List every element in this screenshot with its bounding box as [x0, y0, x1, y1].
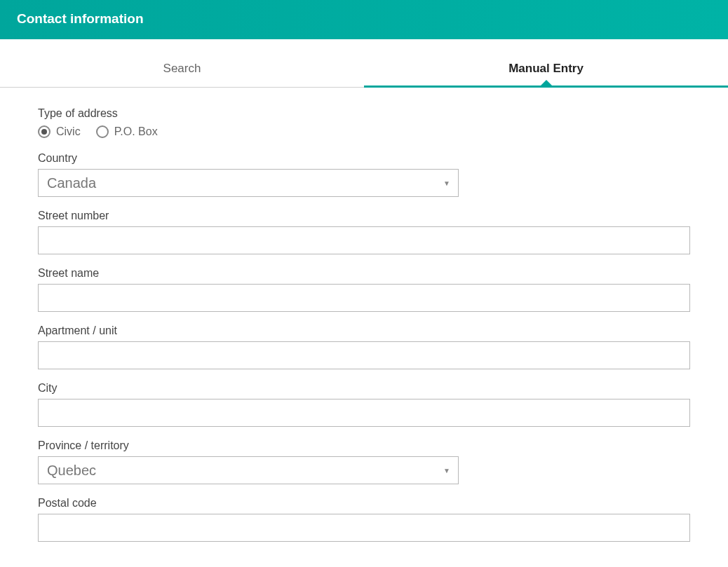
tab-manual-entry-label: Manual Entry	[508, 62, 584, 75]
radio-pobox[interactable]: P.O. Box	[96, 125, 158, 138]
type-of-address-label: Type of address	[38, 107, 690, 120]
postal-code-input[interactable]	[38, 514, 690, 542]
street-number-input[interactable]	[38, 226, 690, 254]
tabs: Search Manual Entry	[0, 53, 728, 88]
street-name-label: Street name	[38, 267, 690, 280]
page-header: Contact information	[0, 0, 728, 39]
radio-civic[interactable]: Civic	[38, 125, 81, 138]
radio-selected-icon	[38, 125, 50, 138]
street-name-input[interactable]	[38, 284, 690, 312]
city-label: City	[38, 382, 690, 395]
street-number-label: Street number	[38, 210, 690, 222]
radio-pobox-label: P.O. Box	[114, 125, 158, 138]
province-select[interactable]: Quebec	[38, 456, 459, 484]
radio-unselected-icon	[96, 125, 109, 138]
country-label: Country	[38, 152, 690, 165]
caret-up-icon	[541, 80, 552, 86]
page-title: Contact information	[17, 11, 144, 26]
province-value: Quebec	[47, 463, 96, 479]
form-content: Type of address Civic P.O. Box Country C…	[0, 88, 728, 567]
province-label: Province / territory	[38, 439, 690, 452]
tab-search-label: Search	[163, 62, 201, 75]
postal-code-label: Postal code	[38, 497, 690, 510]
country-value: Canada	[47, 175, 96, 191]
apartment-input[interactable]	[38, 341, 690, 369]
apartment-label: Apartment / unit	[38, 325, 690, 337]
tab-manual-entry[interactable]: Manual Entry	[364, 53, 728, 88]
type-of-address-radio-group: Civic P.O. Box	[38, 125, 690, 138]
tab-active-underline	[364, 86, 728, 88]
country-select[interactable]: Canada	[38, 169, 459, 197]
tab-search[interactable]: Search	[0, 53, 364, 88]
city-input[interactable]	[38, 399, 690, 427]
radio-civic-label: Civic	[56, 125, 81, 138]
